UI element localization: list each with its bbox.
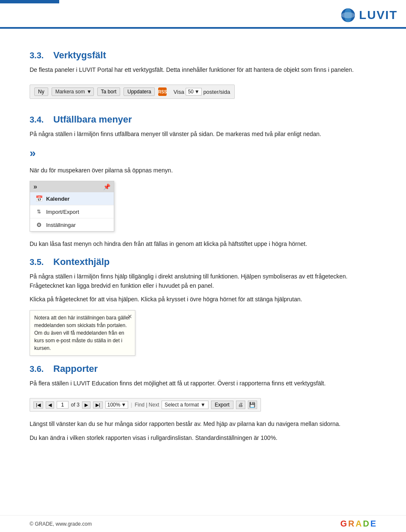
grade-g: G [340,519,348,529]
menu-item-import-export[interactable]: ⇅ Import/Export [30,205,114,218]
section-3-3-intro: De flesta paneler i LUVIT Portal har ett… [30,65,376,74]
menu-item-installningar-label: Inställningar [46,222,76,228]
toolbar-markera-arrow: ▼ [87,89,92,95]
copyright-text: © GRADE, www.grade.com [30,521,92,527]
grade-d: D [363,519,369,529]
copyright-bar: © GRADE, www.grade.com G R A D E [0,515,406,532]
select-format-label: Select a format [165,402,199,408]
logo-area: LUVIT [340,8,398,23]
svg-point-2 [341,12,355,18]
toolbar-visa-label: Visa [173,89,184,95]
nav-first-btn[interactable]: |◀ [33,401,43,409]
nav-next-btn[interactable]: ▶ [82,401,91,409]
toolbar-50-value: 50 [188,89,193,95]
section-number-3-3: 3.3. [30,51,47,60]
section-number-3-5: 3.5. [30,257,47,267]
section-heading-3-4: 3.4. Utfällbara menyer [30,114,376,125]
section-3-3: 3.3. Verktygsfält De flesta paneler i LU… [30,50,376,106]
page-of-label: of 3 [71,402,80,408]
format-select[interactable]: Select a format ▼ [162,401,208,409]
menu-pin-icon: 📌 [103,183,110,190]
section-title-3-6: Rapporter [53,363,98,374]
menu-item-import-export-label: Import/Export [46,209,79,215]
toolbar-tabort-btn[interactable]: Ta bort [97,87,121,96]
page-input[interactable] [57,401,69,409]
section-3-6-desc1: Längst till vänster kan du se hur många … [30,419,376,428]
section-title-3-5: Kontexthjälp [53,256,110,267]
menu-item-installningar[interactable]: ⚙ Inställningar [30,218,114,231]
section-3-4: 3.4. Utfällbara menyer På några ställen … [30,114,376,248]
grade-r: R [348,519,354,529]
format-arrow: ▼ [200,402,206,408]
toolbar-rss-icon: RSS [158,87,167,96]
grade-logo: G R A D E [340,519,376,529]
menu-item-kalender-label: Kalender [46,196,70,202]
section-heading-3-5: 3.5. Kontexthjälp [30,256,376,267]
nav-prev-btn[interactable]: ◀ [46,401,54,409]
report-icon-1[interactable]: 🖨 [236,401,245,409]
section-heading-3-3: 3.3. Verktygsfält [30,50,376,61]
toolbar-ny-btn[interactable]: Ny [34,87,48,96]
section-heading-3-6: 3.6. Rapporter [30,363,376,374]
luvit-logo-icon [340,8,356,23]
toolbar-poster-label: poster/sida [203,89,230,95]
section-3-6: 3.6. Rapporter På flera ställen i LUVIT … [30,363,376,442]
logo-text: LUVIT [359,8,398,22]
section-3-4-pin-note: Du kan låsa fast menyn och hindra den fr… [30,239,376,248]
toolbar-right: Visa 50 ▼ poster/sida [173,88,230,95]
section-3-6-intro: På flera ställen i LUVIT Education finns… [30,379,376,388]
help-popup-screenshot: ✕ Notera att den här inställningen bara … [30,310,135,356]
menu-header-chevron: » [33,183,37,191]
report-toolbar-screenshot: |◀ ◀ of 3 ▶ ▶| 100% ▼ | Find | Next Sele… [30,398,261,412]
toolbar-screenshot: Ny Markera som ▼ Ta bort Uppdatera RSS V… [30,85,235,99]
help-popup-close-btn[interactable]: ✕ [127,312,132,321]
export-btn[interactable]: Export [211,401,233,409]
zoom-arrow: ▼ [121,402,126,408]
section-number-3-4: 3.4. [30,115,47,125]
double-chevron-icon: » [30,147,36,160]
toolbar-50-arrow: ▼ [195,89,200,95]
section-3-5-intro: På några ställen i lärmiljön finns hjälp… [30,272,376,291]
zoom-value: 100% [107,402,121,408]
section-3-5: 3.5. Kontexthjälp På några ställen i lär… [30,256,376,356]
grade-a: A [356,519,362,529]
toolbar-markera-label: Markera som [55,89,85,95]
page-header: LUVIT [0,3,406,29]
toolbar-separator-1: | [131,402,132,408]
section-3-4-desc: När du för muspekaren över pilarna så öp… [30,166,376,175]
section-title-3-3: Verktygsfält [53,50,106,61]
report-icon-2[interactable]: 💾 [248,401,257,409]
zoom-select[interactable]: 100% ▼ [105,401,129,409]
nav-last-btn[interactable]: ▶| [93,401,103,409]
help-popup-text: Notera att den här inställningen bara gä… [34,314,131,352]
menu-popup-header: » 📌 [30,181,114,192]
find-next-label: Find | Next [134,402,159,408]
page-content: 3.3. Verktygsfält De flesta paneler i LU… [0,37,406,484]
section-title-3-4: Utfällbara menyer [53,114,132,125]
section-3-4-intro: På några ställen i lärmiljön finns utfäl… [30,129,376,139]
section-3-6-desc2: Du kan ändra i vilken storlek rapporten … [30,433,376,442]
menu-popup-screenshot: » 📌 📅 Kalender ⇅ Import/Export ⚙ Inställ… [30,181,114,232]
section-number-3-6: 3.6. [30,364,47,374]
menu-item-kalender[interactable]: 📅 Kalender [30,192,114,205]
toolbar-uppdatera-btn[interactable]: Uppdatera [123,87,155,96]
section-3-5-instruction: Klicka på frågetecknet för att visa hjäl… [30,295,376,304]
grade-e: E [370,519,376,529]
toolbar-markera-btn[interactable]: Markera som ▼ [52,87,94,96]
installningar-icon: ⚙ [35,221,43,229]
import-export-icon: ⇅ [35,208,43,216]
toolbar-50-select[interactable]: 50 ▼ [186,88,201,95]
kalender-icon: 📅 [35,195,43,202]
top-blue-bar [0,0,59,3]
